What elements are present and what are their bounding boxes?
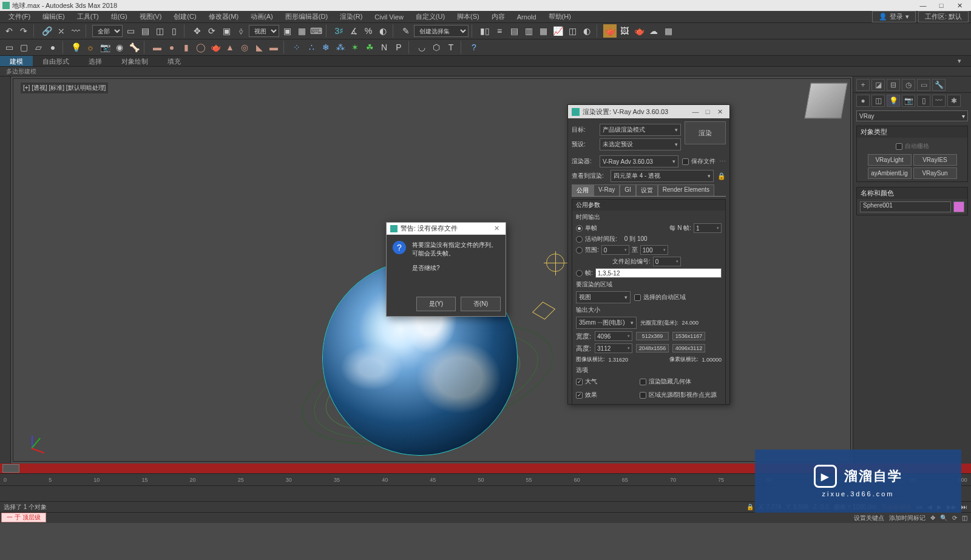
undo-button[interactable]: ↶ [2, 24, 16, 38]
tab-render-elements[interactable]: Render Elements [658, 184, 714, 196]
cp-subtab-helpers[interactable]: ▯ [917, 95, 930, 107]
close-button[interactable]: ✕ [714, 108, 726, 116]
chk-effects[interactable] [576, 392, 583, 399]
link-button[interactable]: 🔗 [40, 24, 53, 38]
vraysun-button[interactable]: VRaySun [913, 167, 957, 179]
renderer-dropdown[interactable]: V-Ray Adv 3.60.03 [600, 155, 678, 167]
savefile-browse-button[interactable]: ⋯ [719, 158, 726, 166]
menu-group[interactable]: 组(G) [105, 12, 134, 21]
time-slider-handle[interactable] [2, 464, 19, 473]
box-button[interactable]: ▢ [17, 41, 30, 54]
select-object-button[interactable]: ▭ [124, 24, 137, 38]
range-to-input[interactable]: 100 [640, 245, 668, 255]
prim-cone-button[interactable]: ▲ [223, 41, 237, 54]
arc-button[interactable]: ◡ [415, 41, 428, 54]
cp-tab-create[interactable]: + [856, 79, 870, 91]
radio-range[interactable] [576, 247, 583, 254]
workspace-dropdown[interactable]: 工作区: 默认 [918, 11, 969, 22]
maxscript-listener-button[interactable]: 一 于 顶层级 [1, 513, 46, 522]
menu-content[interactable]: 内容 [486, 12, 511, 21]
range-from-input[interactable]: 0 [601, 245, 629, 255]
foliage-button[interactable]: ☘ [363, 41, 376, 54]
object-name-field[interactable]: Sphere001 [860, 201, 951, 212]
every-n-input[interactable]: 1 [694, 223, 722, 233]
cp-subtab-lights[interactable]: 💡 [887, 95, 900, 107]
frames-input[interactable] [595, 268, 722, 278]
window-crossing-button[interactable]: ▯ [167, 24, 181, 38]
login-button[interactable]: 👤 登录 ▾ [872, 11, 916, 22]
scale-button[interactable]: ▣ [220, 24, 233, 38]
target-box-icon[interactable] [532, 302, 555, 320]
vraylight-button[interactable]: VRayLight [868, 154, 912, 166]
named-set-edit-button[interactable]: ✎ [399, 24, 413, 38]
minimize-button[interactable]: — [689, 108, 702, 115]
ngon-button[interactable]: ⬡ [430, 41, 443, 54]
ribbon-tab-populate[interactable]: 填充 [158, 56, 191, 66]
menu-graph[interactable]: 图形编辑器(D) [279, 12, 334, 21]
nurbs-button[interactable]: N [377, 41, 391, 54]
scene-explorer-button[interactable]: ▦ [536, 24, 550, 38]
rollout-title[interactable]: 对象类型 [857, 126, 967, 138]
cp-tab-utilities[interactable]: 🔧 [932, 79, 946, 91]
ribbon-tab-selection[interactable]: 选择 [79, 56, 112, 66]
prim-torus-button[interactable]: ◯ [194, 41, 208, 54]
no-button[interactable]: 否(N) [461, 297, 501, 311]
align-button[interactable]: ≡ [493, 24, 506, 38]
tab-common[interactable]: 公用 [572, 184, 594, 196]
viewport-nav-pan-icon[interactable]: ✥ [930, 514, 935, 521]
open-a360-button[interactable]: ▦ [661, 24, 675, 38]
menu-help[interactable]: 帮助(H) [543, 12, 577, 21]
output-preset-dropdown[interactable]: 35mm ···图(电影) [576, 317, 637, 329]
mirror-button[interactable]: ▮▯ [478, 24, 492, 38]
preset-4096[interactable]: 4096x3112 [672, 344, 705, 353]
rendered-frame-button[interactable]: 🖼 [618, 24, 631, 38]
selection-filter-dropdown[interactable]: 全部 [92, 25, 123, 37]
menu-arnold[interactable]: Arnold [511, 13, 543, 21]
patch-button[interactable]: P [392, 41, 405, 54]
radio-single-frame[interactable] [576, 225, 583, 232]
named-set-dropdown[interactable]: 创建选择集 [414, 25, 469, 37]
target-dropdown[interactable]: 产品级渲染模式 [600, 124, 681, 136]
text-button[interactable]: T [444, 41, 458, 54]
rect-marquee-button[interactable]: ◫ [153, 24, 166, 38]
radio-active-segment[interactable] [576, 236, 583, 243]
snow-button[interactable]: ❄ [319, 41, 333, 54]
prim-tube-button[interactable]: ◎ [238, 41, 251, 54]
radio-frames[interactable] [576, 270, 583, 277]
auto-region-checkbox[interactable] [634, 294, 641, 301]
target-button[interactable]: ◉ [113, 41, 126, 54]
setkey-button[interactable]: 设置关键点 [854, 514, 884, 522]
redo-button[interactable]: ↷ [17, 24, 30, 38]
viewport-label[interactable]: [+] [透视] [标准] [默认明暗处理] [21, 83, 108, 93]
cp-tab-hierarchy[interactable]: ⊟ [887, 79, 900, 91]
viewport-nav-max-icon[interactable]: ◫ [962, 514, 967, 521]
spray-button[interactable]: ⁂ [334, 41, 347, 54]
cp-tab-display[interactable]: ▭ [917, 79, 930, 91]
vrayambient-button[interactable]: ayAmbientLig [868, 167, 912, 179]
close-button[interactable]: ✕ [950, 2, 969, 10]
tab-gi[interactable]: GI [620, 184, 636, 196]
camera-button[interactable]: 📷 [98, 41, 112, 54]
particle-button[interactable]: ⁘ [290, 41, 303, 54]
lock-icon[interactable]: 🔒 [717, 172, 726, 180]
move-button[interactable]: ✥ [191, 24, 204, 38]
prim-pyramid-button[interactable]: ◣ [252, 41, 266, 54]
category-dropdown[interactable]: VRay▾ [856, 110, 968, 121]
ref-coord-dropdown[interactable]: 视图 [249, 25, 279, 37]
menu-edit[interactable]: 编辑(E) [36, 12, 71, 21]
render-button[interactable]: 渲染 [685, 121, 726, 144]
compound-button[interactable]: ✶ [348, 41, 362, 54]
file-start-input[interactable]: 0 [653, 257, 681, 266]
sphere-button[interactable]: ● [46, 41, 59, 54]
ribbon-expand-icon[interactable]: ▾ [948, 56, 971, 66]
render-setup-button[interactable]: 🫖 [603, 24, 617, 38]
cp-subtab-shapes[interactable]: ◫ [871, 95, 885, 107]
minimize-button[interactable]: — [914, 2, 932, 9]
standard-primitives-button[interactable]: ▭ [2, 41, 16, 54]
chk-atmos[interactable] [576, 379, 583, 385]
particle-cloud-button[interactable]: ∴ [305, 41, 318, 54]
bone-button[interactable]: 🦴 [127, 41, 141, 54]
ribbon-tab-freeform[interactable]: 自由形式 [33, 56, 79, 66]
toggle-layer-button[interactable]: ▥ [522, 24, 535, 38]
menu-customize[interactable]: 自定义(U) [410, 12, 451, 21]
